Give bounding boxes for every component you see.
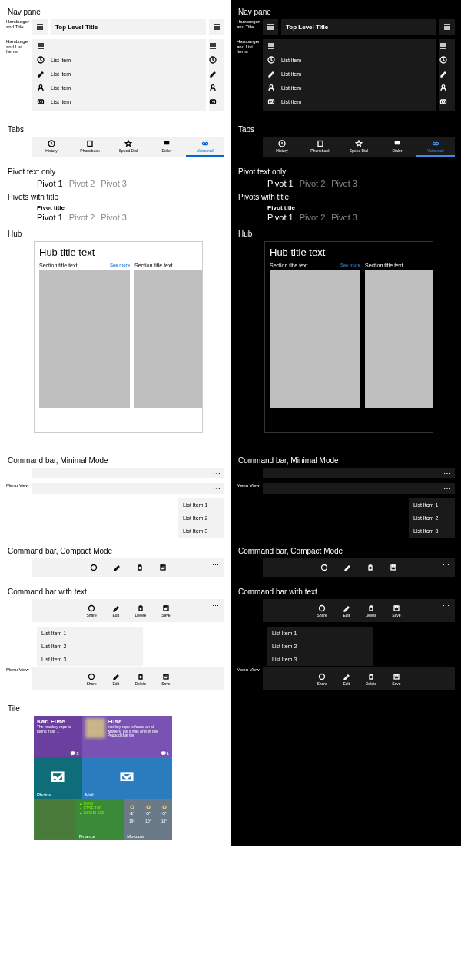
more-icon[interactable]: ⋯ [212,561,220,569]
nav-list-item[interactable] [439,53,455,67]
pivot-item[interactable]: Pivot 2 [69,213,95,222]
tab-speed-dial[interactable]: Speed Dial [109,137,148,157]
nav-list-item[interactable] [209,53,224,67]
more-icon[interactable]: ⋯ [213,469,221,478]
menu-item[interactable]: List Item 1 [409,498,455,512]
tab-voicemail[interactable]: Voicemail [416,137,455,157]
cmd-delete[interactable]: Delete [366,604,376,617]
cmd-edit[interactable]: Edit [343,673,350,686]
trash-icon[interactable] [136,564,144,571]
hamburger-button[interactable] [32,19,48,35]
menu-item[interactable]: List Item 2 [409,512,455,525]
list-item[interactable]: List Item 1 [37,627,143,640]
save-icon[interactable] [159,564,167,571]
hamburger-button[interactable] [209,19,224,35]
cmd-share[interactable]: Share [317,673,327,686]
cmd-save[interactable]: Save [392,604,400,617]
tile-people-wide[interactable]: Fuse monkey-rope is found on all whalers… [82,716,172,757]
more-icon[interactable]: ⋯ [443,670,450,678]
tab-phonebook[interactable]: Phonebook [71,137,109,157]
pivot-item[interactable]: Pivot 1 [37,179,63,188]
nav-list-item[interactable]: List item [263,94,436,108]
see-more-link[interactable]: See more [340,263,360,268]
pivot-item[interactable]: Pivot 1 [267,179,294,188]
more-icon[interactable]: ⋯ [213,485,221,493]
nav-list-item[interactable] [439,67,455,81]
nav-list-item[interactable] [439,81,455,94]
pencil-icon[interactable] [343,564,351,571]
pivot-item[interactable]: Pivot 1 [267,213,294,222]
pivot-item[interactable]: Pivot 1 [37,213,63,222]
tile-mail[interactable]: Mail [82,757,172,799]
see-more-link[interactable]: See more [110,263,130,268]
pivot-item[interactable]: Pivot 2 [300,213,326,222]
tile-weather[interactable]: -1° -5° -5° 19°10°18° Moscow [124,799,172,840]
pivot-item[interactable]: Pivot 3 [331,213,357,222]
command-bar-minimal[interactable]: ⋯ [263,468,455,478]
menu-item[interactable]: List Item 3 [409,525,455,538]
cmd-edit[interactable]: Edit [112,673,120,686]
tab-dialer[interactable]: Dialer [378,137,416,157]
menu-item[interactable]: List Item 3 [178,525,224,538]
menu-item[interactable]: List Item 1 [178,498,224,512]
nav-list-item[interactable] [209,94,224,108]
pivot-item[interactable]: Pivot 3 [331,179,357,188]
nav-list-item[interactable]: List item [32,67,206,81]
menu-item[interactable]: List Item 2 [178,512,224,525]
tile-people[interactable]: Kari Fuse The monkey-rope is found in al… [34,716,82,757]
tile-photos[interactable]: Photos [34,757,82,799]
nav-hamburger-row[interactable] [439,39,455,53]
cmd-share[interactable]: Share [86,604,96,617]
tab-phonebook[interactable]: Phonebook [301,137,340,157]
nav-list-item[interactable] [209,67,224,81]
cmd-share[interactable]: Share [86,673,96,686]
more-icon[interactable]: ⋯ [443,561,450,569]
command-bar-minimal[interactable]: ⋯ [263,483,455,494]
command-bar-minimal[interactable]: ⋯ [32,483,224,494]
cmd-edit[interactable]: Edit [343,604,350,617]
list-item[interactable]: List Item 2 [267,640,373,653]
cmd-save[interactable]: Save [392,673,400,686]
tile-xbox[interactable] [34,799,76,840]
tab-dialer[interactable]: Dialer [148,137,186,157]
cmd-delete[interactable]: Delete [366,673,376,686]
share-icon[interactable] [320,564,328,571]
tile-finance[interactable]: ▲ DOW ▲ FTSE 100 ▲ NIKKEI 225 Finance [76,799,124,840]
cmd-save[interactable]: Save [161,673,170,686]
cmd-share[interactable]: Share [317,604,327,617]
nav-list-item[interactable]: List item [32,53,206,67]
pencil-icon[interactable] [113,564,121,571]
nav-hamburger-row[interactable] [32,39,206,53]
nav-list-item[interactable]: List item [263,53,436,67]
tab-history[interactable]: History [32,137,71,157]
tab-speed-dial[interactable]: Speed Dial [340,137,378,157]
nav-list-item[interactable]: List item [263,81,436,94]
cmd-save[interactable]: Save [161,604,170,617]
save-icon[interactable] [390,564,397,571]
cmd-delete[interactable]: Delete [135,673,146,686]
more-icon[interactable]: ⋯ [443,485,452,493]
more-icon[interactable]: ⋯ [443,469,452,478]
nav-list-item[interactable]: List item [32,81,206,94]
more-icon[interactable]: ⋯ [212,670,220,678]
pivot-item[interactable]: Pivot 3 [101,179,127,188]
nav-list-item[interactable]: List item [32,94,206,108]
hamburger-button[interactable] [439,19,455,35]
trash-icon[interactable] [366,564,374,571]
nav-hamburger-row[interactable] [263,39,436,53]
nav-hamburger-row[interactable] [209,39,224,53]
pivot-item[interactable]: Pivot 2 [69,179,95,188]
nav-list-item[interactable] [209,81,224,94]
list-item[interactable]: List Item 1 [267,627,373,640]
nav-list-item[interactable]: List item [263,67,436,81]
hamburger-button[interactable] [263,19,278,35]
command-bar-minimal[interactable]: ⋯ [32,468,224,478]
pivot-item[interactable]: Pivot 2 [300,179,326,188]
more-icon[interactable]: ⋯ [212,602,220,610]
nav-list-item[interactable] [439,94,455,108]
pivot-item[interactable]: Pivot 3 [101,213,127,222]
tab-history[interactable]: History [263,137,301,157]
list-item[interactable]: List Item 3 [267,653,373,666]
list-item[interactable]: List Item 2 [37,640,143,653]
list-item[interactable]: List Item 3 [37,653,143,666]
